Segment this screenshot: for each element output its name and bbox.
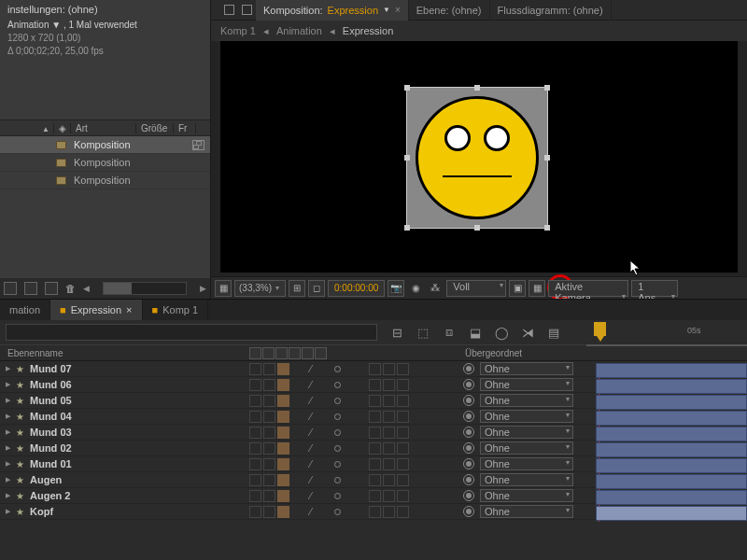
quality-switch[interactable] <box>334 429 341 436</box>
quality-switch[interactable] <box>334 477 341 483</box>
parent-dropdown[interactable]: Ohne <box>480 378 573 391</box>
label-color[interactable] <box>277 458 289 470</box>
motionblur-switch[interactable] <box>369 395 381 407</box>
shy-switch[interactable] <box>249 490 261 502</box>
motionblur-switch[interactable] <box>369 474 381 486</box>
twirl-icon[interactable]: ▶ <box>6 460 10 468</box>
snapshot-icon[interactable]: 📷 <box>388 280 404 297</box>
motionblur-switch[interactable] <box>369 411 381 423</box>
quality-switch[interactable] <box>334 445 341 452</box>
twirl-icon[interactable]: ▶ <box>6 508 10 515</box>
switch-shy-icon[interactable] <box>249 347 261 359</box>
time-ruler[interactable]: 05s <box>586 320 747 346</box>
3d-switch[interactable] <box>397 506 409 518</box>
layer-duration-bar[interactable] <box>596 411 747 426</box>
adjustment-switch[interactable] <box>383 411 395 423</box>
quality-switch[interactable] <box>334 509 341 515</box>
motionblur-switch[interactable] <box>369 427 381 439</box>
motionblur-switch[interactable] <box>369 363 381 375</box>
col-fr[interactable]: Fr <box>174 123 196 133</box>
3d-switch[interactable] <box>397 411 409 423</box>
comp-name[interactable]: Animation ▼ , 1 Mal verwendet <box>7 19 203 32</box>
motionblur-switch[interactable] <box>369 379 381 391</box>
shy-switch[interactable] <box>249 442 261 455</box>
3d-switch[interactable] <box>397 490 409 502</box>
twirl-icon[interactable]: ▶ <box>6 413 10 420</box>
views-dropdown[interactable]: 1 Ans... <box>631 280 678 297</box>
viewport[interactable] <box>220 41 738 273</box>
current-time-indicator[interactable] <box>594 322 606 336</box>
motionblur-icon[interactable]: ⬓ <box>467 324 484 341</box>
3d-switch[interactable] <box>397 379 409 391</box>
adjustment-switch[interactable] <box>383 506 395 518</box>
label-color[interactable] <box>277 506 289 518</box>
adjustment-switch[interactable] <box>383 395 395 407</box>
project-item[interactable]: Komposition <box>0 136 210 154</box>
timeline-tab[interactable]: mation <box>0 300 50 320</box>
fx-icon[interactable]: ∕ <box>310 506 312 517</box>
solo-switch[interactable] <box>263 379 275 391</box>
label-color[interactable] <box>277 411 289 423</box>
quality-switch[interactable] <box>334 493 341 499</box>
fx-icon[interactable]: ∕ <box>310 411 312 422</box>
label-color[interactable] <box>277 427 289 439</box>
col-groesse[interactable]: Größe <box>136 123 174 133</box>
rgb-icon[interactable]: ⁂ <box>427 280 444 297</box>
solo-switch[interactable] <box>263 490 275 502</box>
fx-icon[interactable]: ∕ <box>310 458 312 469</box>
shy-switch[interactable] <box>249 379 261 391</box>
project-item[interactable]: Komposition <box>0 154 210 172</box>
comp-mini-flowchart-icon[interactable]: ⊟ <box>388 324 405 341</box>
solo-switch[interactable] <box>263 363 275 375</box>
mask-icon[interactable]: ◻ <box>308 280 325 297</box>
camera-dropdown[interactable]: Aktive Kamera <box>548 280 628 297</box>
label-color[interactable] <box>277 474 289 486</box>
flowchart-icon[interactable] <box>192 140 204 150</box>
project-item[interactable]: Komposition <box>0 172 210 189</box>
3d-switch[interactable] <box>397 427 409 439</box>
pickwhip-icon[interactable] <box>463 379 474 390</box>
twirl-icon[interactable]: ▶ <box>6 381 10 388</box>
crumb-current[interactable]: Expression <box>343 25 393 36</box>
close-icon[interactable]: × <box>395 5 401 15</box>
label-color[interactable] <box>277 442 289 455</box>
pickwhip-icon[interactable] <box>463 506 474 517</box>
pickwhip-icon[interactable] <box>463 442 474 454</box>
fx-icon[interactable]: ∕ <box>310 442 312 454</box>
fx-icon[interactable]: ∕ <box>310 474 312 485</box>
timeline-tab[interactable]: ■Komp 1 <box>143 300 209 320</box>
shy-switch[interactable] <box>249 427 261 439</box>
new-folder-icon[interactable] <box>24 282 37 295</box>
fx-icon[interactable]: ∕ <box>310 427 312 438</box>
pickwhip-icon[interactable] <box>463 474 474 485</box>
pickwhip-icon[interactable] <box>463 427 474 438</box>
switch-frameblend-icon[interactable] <box>275 347 288 359</box>
quality-switch[interactable] <box>334 366 341 372</box>
arrow-up-icon[interactable]: ▲ <box>42 125 49 133</box>
magnify-icon[interactable]: ▦ <box>215 280 232 297</box>
fx-icon[interactable]: ∕ <box>310 395 312 406</box>
switch-adjustment-icon[interactable] <box>302 347 314 359</box>
shy-switch[interactable] <box>249 506 261 518</box>
scroll-right-icon[interactable]: ▶ <box>200 284 206 293</box>
tab-composition[interactable]: Komposition: Expression ▼ × <box>256 0 409 21</box>
label-icon[interactable]: ◈ <box>59 123 66 133</box>
parent-dropdown[interactable]: Ohne <box>480 394 573 407</box>
smiley-face[interactable] <box>416 96 539 219</box>
label-color[interactable] <box>277 379 289 391</box>
quality-switch[interactable] <box>334 461 341 468</box>
motionblur-switch[interactable] <box>369 442 381 455</box>
solo-switch[interactable] <box>263 442 275 455</box>
lock-icon[interactable] <box>224 5 234 15</box>
tab-layer[interactable]: Ebene: (ohne) <box>409 0 490 21</box>
layer-duration-bar[interactable] <box>596 379 747 394</box>
3d-switch[interactable] <box>397 442 409 455</box>
adjustment-switch[interactable] <box>383 427 395 439</box>
crumb[interactable]: Animation <box>276 25 322 36</box>
crumb[interactable]: Komp 1 <box>220 25 256 36</box>
label-color[interactable] <box>277 490 289 502</box>
twirl-icon[interactable]: ▶ <box>6 444 10 452</box>
adjustment-switch[interactable] <box>383 490 395 502</box>
adjustment-switch[interactable] <box>383 474 395 486</box>
parent-dropdown[interactable]: Ohne <box>480 473 573 486</box>
